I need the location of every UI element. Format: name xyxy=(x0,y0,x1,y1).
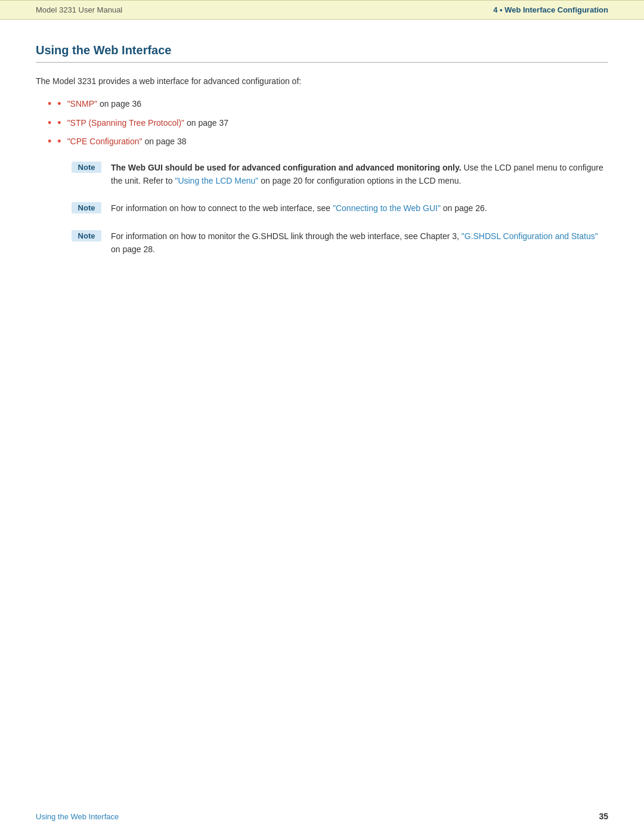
note-block-2: Note For information on how to connect t… xyxy=(72,202,608,215)
header-right: 4 • Web Interface Configuration xyxy=(493,5,608,14)
note-content-3: For information on how to monitor the G.… xyxy=(111,230,608,256)
note3-text2: on page 28. xyxy=(111,244,155,254)
stp-suffix: on page 37 xyxy=(187,118,228,128)
list-item-stp: • "STP (Spanning Tree Protocol)" on page… xyxy=(48,116,608,130)
note-content-2: For information on how to connect to the… xyxy=(111,202,487,215)
main-content: Using the Web Interface The Model 3231 p… xyxy=(0,20,644,306)
note1-bold: The Web GUI should be used for advanced … xyxy=(111,163,462,172)
note1-text2: on page 20 for configuration options in … xyxy=(261,176,461,185)
footer-right: 35 xyxy=(599,812,608,821)
bullet-dot-stp: • xyxy=(57,116,61,130)
list-item-snmp: • "SNMP" on page 36 xyxy=(48,97,608,111)
note-label-2: Note xyxy=(72,202,101,213)
note-label-1: Note xyxy=(72,162,101,173)
note-block-1: Note The Web GUI should be used for adva… xyxy=(72,161,608,188)
note-block-3: Note For information on how to monitor t… xyxy=(72,230,608,256)
note-content-1: The Web GUI should be used for advanced … xyxy=(111,161,608,188)
web-gui-link[interactable]: "Connecting to the Web GUI" xyxy=(333,203,441,213)
cpe-suffix: on page 38 xyxy=(144,137,186,146)
note2-text1: For information on how to connect to the… xyxy=(111,203,333,213)
note-label-3: Note xyxy=(72,230,101,241)
intro-text: The Model 3231 provides a web interface … xyxy=(36,75,608,88)
note2-text2: on page 26. xyxy=(443,203,487,213)
snmp-link[interactable]: "SNMP" xyxy=(67,99,97,109)
page-title: Using the Web Interface xyxy=(36,44,608,63)
footer: Using the Web Interface 35 xyxy=(0,812,644,821)
bullet-list: • "SNMP" on page 36 • "STP (Spanning Tre… xyxy=(48,97,608,148)
bullet-content-cpe: "CPE Configuration" on page 38 xyxy=(67,135,187,148)
header-left: Model 3231 User Manual xyxy=(36,5,122,14)
lcd-menu-link[interactable]: "Using the LCD Menu" xyxy=(175,176,258,185)
snmp-suffix: on page 36 xyxy=(100,99,141,109)
list-item-cpe: • "CPE Configuration" on page 38 xyxy=(48,135,608,148)
bullet-dot: • xyxy=(57,97,61,111)
stp-link[interactable]: "STP (Spanning Tree Protocol)" xyxy=(67,118,184,128)
bullet-content-snmp: "SNMP" on page 36 xyxy=(67,97,141,110)
cpe-link[interactable]: "CPE Configuration" xyxy=(67,137,143,146)
footer-left: Using the Web Interface xyxy=(36,812,119,821)
bullet-dot-cpe: • xyxy=(57,135,61,148)
note3-text1: For information on how to monitor the G.… xyxy=(111,231,462,241)
notes-section: Note The Web GUI should be used for adva… xyxy=(72,161,608,256)
gshdsl-link[interactable]: "G.SHDSL Configuration and Status" xyxy=(462,231,598,241)
header-bar: Model 3231 User Manual 4 • Web Interface… xyxy=(0,0,644,20)
bullet-content-stp: "STP (Spanning Tree Protocol)" on page 3… xyxy=(67,116,228,129)
